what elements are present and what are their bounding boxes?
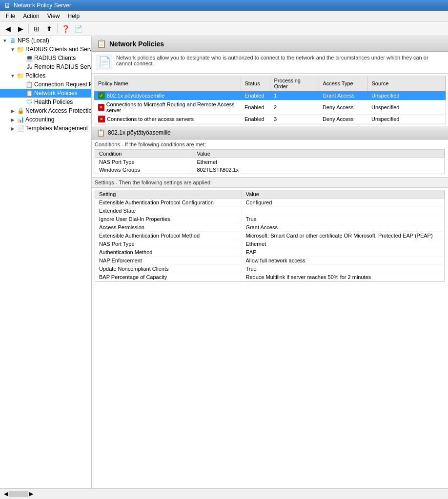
set-setting: Extended State <box>95 207 242 215</box>
forward-button[interactable]: ▶ <box>15 23 26 35</box>
col-source: Source <box>367 76 446 91</box>
expand-icon-nap: ▶ <box>9 108 17 114</box>
settings-table-head: Setting Value <box>95 190 445 199</box>
table-row[interactable]: ✓ 802.1x pöytätyöasemille Enabled 1 Gran… <box>94 91 446 100</box>
menu-help[interactable]: Help <box>64 12 84 20</box>
col-status: Status <box>241 76 270 91</box>
policy-table-head: Policy Name Status Processing Order Acce… <box>94 76 446 91</box>
sidebar-remote-radius-label: Remote RADIUS Server <box>34 63 92 70</box>
expand-icon-rc <box>18 56 25 61</box>
set-value <box>242 207 445 215</box>
cond-condition: Windows Groups <box>95 166 193 174</box>
menu-view[interactable]: View <box>43 12 64 20</box>
set-setting: Extensible Authentication Protocol Confi… <box>95 199 242 207</box>
cell-source: Unspecified <box>367 100 446 115</box>
set-setting: Extensible Authentication Protocol Metho… <box>95 232 242 240</box>
table-row[interactable]: ✕ Connections to other access servers En… <box>94 115 446 124</box>
deny-icon: ✕ <box>98 116 105 122</box>
accounting-icon: 📊 <box>17 116 24 123</box>
menu-file[interactable]: File <box>2 12 19 20</box>
main-layout: ▼ 🖥 NPS (Local) ▼ 📁 RADIUS Clients and S… <box>0 36 448 488</box>
status-bar: ◀ ▶ <box>0 488 448 499</box>
scroll-right-btn[interactable]: ▶ <box>29 491 33 497</box>
scroll-left-btn[interactable]: ◀ <box>4 491 8 497</box>
sidebar-network-policies-label: Network Policies <box>34 90 78 97</box>
help-button[interactable]: ❓ <box>60 23 71 35</box>
folder-icon-radius: 📁 <box>17 45 24 53</box>
list-item: Windows Groups 802TESTI\802.1x <box>95 166 445 174</box>
policy-name-text: Connections to other access servers <box>107 116 194 122</box>
table-row[interactable]: ✕ Connections to Microsoft Routing and R… <box>94 100 446 115</box>
sidebar-item-templates[interactable]: ▶ 📄 Templates Management <box>0 124 91 133</box>
cell-policy-name: ✕ Connections to Microsoft Routing and R… <box>94 100 241 115</box>
sidebar-item-accounting[interactable]: ▶ 📊 Accounting <box>0 115 91 124</box>
show-hide-button[interactable]: ⊞ <box>31 23 42 35</box>
expand-icon-crp <box>18 82 25 87</box>
app-icon: 🖥 <box>4 1 11 9</box>
set-value: EAP <box>242 248 445 257</box>
sidebar-health-policies-label: Health Policies <box>34 99 73 105</box>
lower-content: 📋 802.1x pöytätyöasemille Conditions - I… <box>92 126 448 488</box>
policy-table-area[interactable]: Policy Name Status Processing Order Acce… <box>94 76 446 124</box>
sidebar-item-radius-clients[interactable]: 💻 RADIUS Clients <box>0 54 91 62</box>
set-col-value: Value <box>242 190 445 199</box>
settings-table-body: Extensible Authentication Protocol Confi… <box>95 199 445 281</box>
sidebar-root-label: NPS (Local) <box>18 37 49 44</box>
cond-value: 802TESTI\802.1x <box>193 166 445 174</box>
sidebar-item-connection-request[interactable]: 📋 Connection Request Po... <box>0 80 91 89</box>
sidebar-item-remote-radius[interactable]: 🖧 Remote RADIUS Server <box>0 62 91 71</box>
policy-name-text: Connections to Microsoft Routing and Rem… <box>106 101 237 113</box>
list-item: Ignore User Dial-In Properties True <box>95 215 445 223</box>
conditions-table-head: Condition Value <box>95 150 445 158</box>
set-value: Allow full network access <box>242 257 445 265</box>
status-scroll-area[interactable]: ◀ ▶ <box>4 491 33 497</box>
cell-order: 1 <box>270 91 319 100</box>
menu-bar: File Action View Help <box>0 11 448 21</box>
upper-content: 📋 Network Policies 📄 Network policies al… <box>92 36 448 126</box>
set-setting: Authentication Method <box>95 248 242 257</box>
set-setting: Update Noncompliant Clients <box>95 265 242 273</box>
shield-icon-hp: 🛡 <box>25 98 33 106</box>
set-col-setting: Setting <box>95 190 242 199</box>
cell-status: Enabled <box>241 100 270 115</box>
set-setting: Access Permission <box>95 223 242 232</box>
list-item: NAP Enforcement Allow full network acces… <box>95 257 445 265</box>
sidebar: ▼ 🖥 NPS (Local) ▼ 📁 RADIUS Clients and S… <box>0 36 92 488</box>
set-setting: Ignore User Dial-In Properties <box>95 215 242 223</box>
details-policy-name: 802.1x pöytätyöasemille <box>108 129 171 136</box>
sidebar-item-policies[interactable]: ▼ 📁 Policies <box>0 71 91 80</box>
export-button[interactable]: 📄 <box>72 23 84 35</box>
set-value: Microsoft: Smart Card or other certifica… <box>242 232 445 240</box>
sidebar-item-nap[interactable]: ▶ 🔒 Network Access Protection <box>0 106 91 115</box>
set-value: Reduce Multilink if server reaches 50% f… <box>242 273 445 281</box>
list-item: Authentication Method EAP <box>95 248 445 257</box>
computer-icon-rrs: 🖧 <box>25 63 33 71</box>
sidebar-radius-clients-label: RADIUS Clients <box>34 55 76 61</box>
list-item: Extensible Authentication Protocol Metho… <box>95 232 445 240</box>
list-item: Extended State <box>95 207 445 215</box>
sidebar-radius-clients-servers-label: RADIUS Clients and Servers <box>25 46 92 53</box>
menu-action[interactable]: Action <box>19 12 43 20</box>
back-button[interactable]: ◀ <box>2 23 14 35</box>
toolbar: ◀ ▶ ⊞ ⬆ ❓ 📄 <box>0 21 448 36</box>
cell-order: 2 <box>270 100 319 115</box>
sidebar-root-nps[interactable]: ▼ 🖥 NPS (Local) <box>0 36 91 45</box>
expand-icon-hp <box>18 100 25 105</box>
col-access-type: Access Type <box>319 76 367 91</box>
expand-icon-radius: ▼ <box>9 47 17 52</box>
info-doc-icon: 📄 <box>97 55 112 70</box>
settings-table-wrap: Setting Value Extensible Authentication … <box>95 190 445 282</box>
content-header: 📋 Network Policies <box>92 36 448 52</box>
sidebar-item-network-policies[interactable]: 📋 Network Policies <box>0 89 91 98</box>
settings-table: Setting Value Extensible Authentication … <box>95 190 445 281</box>
sidebar-item-health-policies[interactable]: 🛡 Health Policies <box>0 98 91 106</box>
set-value: True <box>242 265 445 273</box>
cond-col-value: Value <box>193 150 445 158</box>
cond-value: Ethernet <box>193 158 445 166</box>
col-policy-name: Policy Name <box>94 76 241 91</box>
sidebar-nap-label: Network Access Protection <box>25 107 92 114</box>
set-setting: NAP Enforcement <box>95 257 242 265</box>
sidebar-item-radius-clients-servers[interactable]: ▼ 📁 RADIUS Clients and Servers <box>0 45 91 54</box>
sidebar-connection-request-label: Connection Request Po... <box>34 81 92 88</box>
up-button[interactable]: ⬆ <box>43 23 55 35</box>
